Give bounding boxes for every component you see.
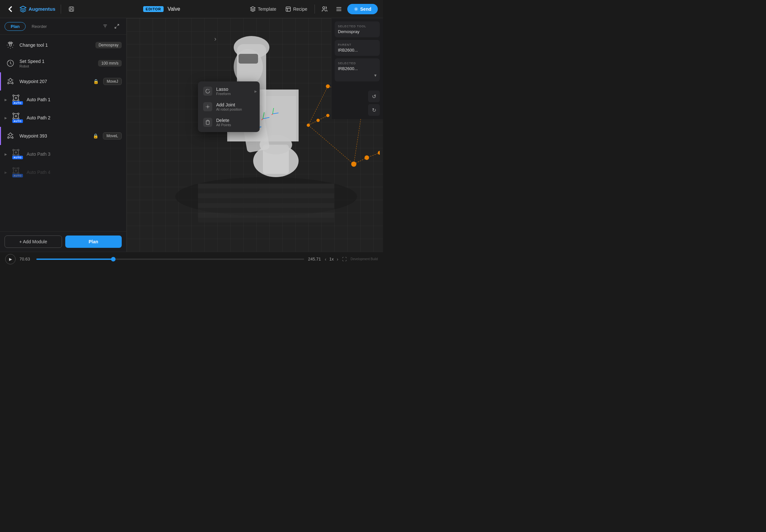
purple-indicator-207: [0, 72, 1, 91]
redo-button[interactable]: ↻: [368, 104, 380, 116]
set-speed-icon: [5, 57, 16, 69]
auto-path-2-title: Auto Path 2: [27, 115, 122, 120]
expand-button[interactable]: [112, 21, 122, 31]
waypoint-207-content: Waypoint 207: [19, 79, 90, 84]
save-button[interactable]: [66, 4, 77, 14]
menu-button[interactable]: [333, 3, 345, 15]
waypoint-207-badge: MoveJ: [103, 78, 122, 85]
expand-arrow-2: ▶: [5, 116, 7, 120]
auto-path-4-content: Auto Path 4: [27, 170, 122, 175]
back-button[interactable]: [5, 4, 16, 14]
delete-subtitle: All Points: [216, 123, 231, 127]
svg-point-62: [15, 170, 17, 171]
bottom-bar: ▶ 70.63 245.71 ‹ 1x › ⛶ Development Buil…: [0, 252, 383, 266]
svg-text:›: ›: [214, 35, 216, 42]
selected-tool-label: SELECTED TOOL: [338, 25, 376, 28]
tab-reorder[interactable]: Reorder: [28, 22, 50, 30]
svg-rect-69: [198, 184, 334, 188]
svg-point-20: [7, 82, 9, 84]
waypoint-207-icon: [5, 76, 16, 87]
expand-arrow-3: ▶: [5, 152, 7, 156]
timeline-slider[interactable]: [36, 259, 304, 260]
recipe-label: Recipe: [293, 6, 307, 12]
svg-point-49: [13, 149, 14, 151]
auto-path-2-content: Auto Path 2: [27, 115, 122, 120]
header-divider-1: [61, 5, 61, 14]
undo-button[interactable]: ↺: [368, 91, 380, 102]
next-button[interactable]: ›: [336, 257, 338, 262]
add-joint-title: Add Joint: [216, 102, 242, 107]
sidebar-item-set-speed-1[interactable]: Set Speed 1 Robot 100 mm/s: [0, 54, 126, 72]
auto-path-1-title: Auto Path 1: [27, 97, 122, 102]
waypoint-393-icon: [5, 130, 16, 142]
svg-point-21: [12, 82, 13, 84]
send-button[interactable]: Send: [347, 4, 378, 14]
context-menu: Lasso Freeform ▶ Add: [198, 81, 260, 132]
auto-path-1-content: Auto Path 1: [27, 97, 122, 102]
play-button[interactable]: ▶: [5, 254, 16, 264]
lasso-icon: [203, 87, 212, 96]
svg-point-38: [15, 115, 17, 117]
expand-arrow-1: ▶: [5, 98, 7, 102]
header-divider-2: [314, 5, 315, 14]
context-menu-lasso-wrapper: Lasso Freeform ▶: [198, 83, 260, 99]
svg-point-58: [13, 167, 14, 169]
change-tool-icon: [5, 39, 16, 51]
right-panel: SELECTED TOOL Demospray PARENT IRB2600..…: [331, 18, 383, 119]
selected-value: IRB2600...: [338, 66, 376, 71]
lock-207-icon: 🔒: [93, 79, 99, 84]
auto-badge-4: AUTO: [12, 174, 23, 177]
sidebar-item-waypoint-393[interactable]: Waypoint 393 🔒 MoveL: [0, 127, 126, 145]
users-button[interactable]: [319, 3, 330, 15]
selected-chevron-down[interactable]: ▾: [374, 73, 376, 78]
auto-path-1-icon: AUTO: [12, 94, 23, 105]
auto-path-3-icon: AUTO: [12, 148, 23, 160]
sidebar-item-waypoint-207[interactable]: Waypoint 207 🔒 MoveJ: [0, 72, 126, 91]
sidebar-item-auto-path-2[interactable]: ▶ AUTO Auto Pa: [0, 109, 126, 127]
auto-badge-2: AUTO: [12, 119, 23, 123]
add-module-button[interactable]: + Add Module: [5, 236, 62, 248]
svg-rect-72: [198, 213, 334, 218]
send-label: Send: [360, 6, 371, 12]
selected-label: SELECTED: [338, 62, 376, 65]
plan-button[interactable]: Plan: [65, 236, 122, 248]
parent-label: PARENT: [338, 43, 376, 46]
auto-badge-3: AUTO: [12, 156, 23, 159]
header: Augmentus EDITOR Valve Template: [0, 0, 383, 18]
fullscreen-button[interactable]: ⛶: [342, 257, 346, 262]
delete-title: Delete: [216, 118, 231, 123]
selected-tool-section: SELECTED TOOL Demospray: [334, 21, 380, 37]
svg-rect-71: [198, 203, 334, 208]
recipe-button[interactable]: Recipe: [282, 4, 310, 14]
set-speed-1-subtitle: Robot: [19, 64, 95, 68]
filter-button[interactable]: [100, 21, 110, 31]
svg-point-35: [18, 113, 19, 114]
template-button[interactable]: Template: [247, 4, 279, 14]
set-speed-1-badge: 100 mm/s: [98, 60, 122, 67]
svg-point-29: [15, 97, 17, 99]
speed-label: 1x: [327, 257, 335, 261]
sidebar-item-change-tool-1[interactable]: Change tool 1 Demospray: [0, 36, 126, 54]
sidebar-item-auto-path-1[interactable]: ▶ AUTO Auto Pa: [0, 91, 126, 109]
svg-point-6: [322, 6, 325, 9]
prev-button[interactable]: ‹: [325, 257, 326, 262]
sidebar-item-auto-path-3[interactable]: ▶ AUTO Auto Pa: [0, 145, 126, 163]
context-menu-delete[interactable]: Delete All Points: [198, 115, 260, 130]
tab-plan[interactable]: Plan: [5, 22, 26, 31]
sidebar-list: Change tool 1 Demospray Set Speed 1 Robo…: [0, 35, 126, 231]
sidebar-footer: + Add Module Plan: [0, 231, 126, 252]
delete-content: Delete All Points: [216, 118, 231, 127]
sidebar-item-auto-path-4[interactable]: ▶ AUTO Auto Pa: [0, 163, 126, 181]
set-speed-1-content: Set Speed 1 Robot: [19, 59, 95, 68]
auto-path-3-content: Auto Path 3: [27, 151, 122, 157]
context-menu-lasso[interactable]: Lasso Freeform ▶: [198, 83, 260, 99]
expand-arrow-4: ▶: [5, 171, 7, 174]
svg-point-43: [9, 133, 12, 136]
parent-section: PARENT IRB2600...: [334, 40, 380, 56]
timeline-fill: [36, 259, 113, 260]
viewport[interactable]: › Lasso Freeform ▶: [127, 18, 383, 252]
context-menu-add-joint[interactable]: Add Joint At robot position: [198, 99, 260, 115]
sidebar-tabs: Plan Reorder: [0, 18, 126, 35]
project-name: Valve: [167, 6, 180, 12]
svg-rect-70: [198, 193, 334, 198]
